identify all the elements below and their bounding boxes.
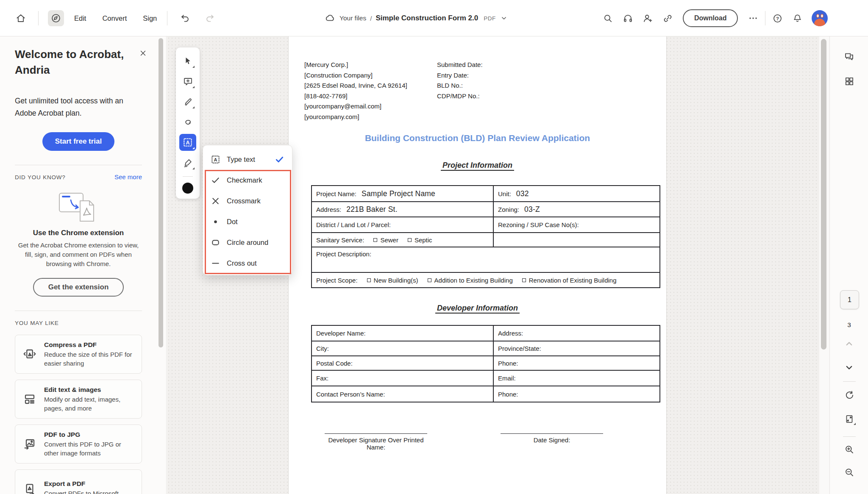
submenu-corner bbox=[192, 86, 195, 88]
checkbox-icon bbox=[428, 278, 431, 282]
help-button[interactable]: ? bbox=[769, 10, 785, 26]
color-swatch-black[interactable] bbox=[182, 183, 193, 194]
menu-sign[interactable]: Sign bbox=[142, 13, 158, 24]
card-compress-pdf[interactable]: Compress a PDF Reduce the size of this P… bbox=[15, 335, 142, 374]
card-pdf-to-jpg[interactable]: PDF to JPG Convert this PDF to JPG or ot… bbox=[15, 425, 142, 463]
rotate-icon bbox=[844, 390, 855, 401]
unit-value[interactable]: 032 bbox=[516, 189, 529, 198]
selected-check-icon bbox=[275, 155, 284, 164]
field-label: Unit: bbox=[498, 190, 511, 197]
checkbox-addition-existing[interactable]: Addition to Existing Building bbox=[428, 277, 513, 284]
edit-text-images-icon bbox=[23, 392, 36, 406]
field-label: Phone: bbox=[498, 391, 518, 398]
comments-panel-button[interactable] bbox=[830, 51, 868, 63]
table-row: Sanitary Service: Sewer Septic bbox=[312, 232, 659, 247]
menu-item-circle-around[interactable]: Circle around bbox=[203, 233, 292, 252]
download-button[interactable]: Download bbox=[683, 9, 738, 27]
search-button[interactable] bbox=[600, 10, 616, 26]
section-developer-information: Developer Information bbox=[289, 304, 666, 313]
type-text-icon: A bbox=[211, 155, 220, 164]
next-page-button[interactable] bbox=[830, 362, 868, 373]
current-page-input[interactable]: 1 bbox=[840, 290, 859, 309]
avatar-face bbox=[814, 19, 825, 26]
divider bbox=[765, 11, 765, 25]
you-may-like-label: YOU MAY LIKE bbox=[15, 320, 59, 326]
user-avatar[interactable] bbox=[812, 10, 828, 26]
submenu-corner bbox=[192, 167, 195, 169]
circle-around-icon bbox=[211, 238, 220, 247]
field-label: Address: bbox=[316, 206, 341, 213]
share-add-person-button[interactable] bbox=[640, 10, 656, 26]
add-comment-tool-button[interactable] bbox=[179, 73, 196, 90]
card-edit-text-images[interactable]: Edit text & images Modify or add text, i… bbox=[15, 380, 142, 419]
draw-tool-button[interactable] bbox=[179, 114, 196, 130]
undo-button[interactable] bbox=[177, 10, 193, 26]
signature-tool-button[interactable] bbox=[179, 154, 196, 171]
field-label: Address: bbox=[498, 330, 523, 337]
card-export-pdf[interactable]: Export a PDF Convert PDFs to Microsoft bbox=[15, 469, 142, 494]
breadcrumb-location[interactable]: Your files bbox=[339, 14, 366, 22]
company-info-block: [Mercury Corp.] [Construction Company] [… bbox=[304, 60, 407, 122]
menu-item-crossmark[interactable]: Crossmark bbox=[203, 191, 292, 211]
card-title: PDF to JPG bbox=[44, 431, 136, 438]
link-icon bbox=[662, 13, 673, 24]
address-value[interactable]: 221B Baker St. bbox=[346, 205, 398, 214]
zoom-out-button[interactable] bbox=[830, 467, 868, 478]
chevron-down-icon[interactable] bbox=[500, 14, 508, 22]
copy-link-button[interactable] bbox=[659, 10, 676, 26]
read-aloud-button[interactable] bbox=[620, 10, 636, 26]
zoom-in-button[interactable] bbox=[830, 444, 868, 455]
undo-icon bbox=[179, 13, 190, 24]
get-extension-button[interactable]: Get the extension bbox=[33, 278, 124, 297]
checkbox-sewer[interactable]: Sewer bbox=[373, 236, 398, 244]
project-name-value[interactable]: Sample Project Name bbox=[362, 189, 435, 198]
date-signed-line: Date Signed: bbox=[501, 433, 603, 444]
menu-item-checkmark[interactable]: Checkmark bbox=[203, 170, 292, 190]
page-thumbnails-button[interactable] bbox=[830, 76, 868, 87]
extension-title: Use the Chrome extension bbox=[15, 229, 142, 237]
card-desc: Convert this PDF to JPG or other image f… bbox=[44, 440, 136, 458]
zoning-value[interactable]: 03-Z bbox=[524, 205, 540, 214]
extension-body: Get the Acrobat Chrome extension to view… bbox=[15, 241, 142, 269]
card-desc: Convert PDFs to Microsoft bbox=[44, 489, 119, 494]
table-row: Address:221B Baker St. Zoning:03-Z bbox=[312, 201, 659, 216]
more-options-button[interactable] bbox=[745, 10, 761, 26]
highlight-tool-button[interactable] bbox=[179, 93, 196, 110]
checkbox-new-buildings[interactable]: New Building(s) bbox=[367, 277, 418, 284]
submission-meta-block: Submitted Date: Entry Date: BLD No.: CDP… bbox=[437, 60, 483, 101]
rotate-page-button[interactable] bbox=[830, 390, 868, 401]
card-desc: Modify or add text, images, pages, and m… bbox=[44, 395, 136, 413]
notifications-button[interactable] bbox=[789, 10, 805, 26]
tools-compass-icon bbox=[50, 13, 61, 24]
menu-edit[interactable]: Edit bbox=[73, 13, 87, 24]
field-label: Developer Name: bbox=[316, 330, 366, 337]
field-label: Sanitary Service: bbox=[316, 236, 364, 244]
card-desc: Reduce the size of this PDF for easier s… bbox=[44, 350, 136, 368]
panel-scrollbar[interactable] bbox=[159, 38, 163, 347]
start-free-trial-button[interactable]: Start free trial bbox=[42, 132, 115, 151]
question-icon: ? bbox=[772, 13, 783, 24]
quick-tools-toolbar: A bbox=[176, 47, 200, 199]
fill-sign-tool-button[interactable]: A bbox=[179, 134, 196, 151]
redo-button[interactable] bbox=[202, 10, 218, 26]
see-more-link[interactable]: See more bbox=[114, 173, 142, 180]
zoom-in-icon bbox=[844, 444, 855, 455]
checkbox-renovation-existing[interactable]: Renovation of Existing Building bbox=[522, 277, 617, 284]
checkbox-septic[interactable]: Septic bbox=[408, 236, 432, 244]
home-button[interactable] bbox=[13, 10, 29, 26]
menu-item-type-text[interactable]: A Type text bbox=[203, 150, 292, 169]
home-icon bbox=[15, 13, 26, 24]
did-you-know-label: DID YOU KNOW? bbox=[15, 174, 66, 180]
menu-convert[interactable]: Convert bbox=[101, 13, 128, 24]
menu-item-cross-out[interactable]: Cross out bbox=[203, 253, 292, 273]
comments-icon bbox=[843, 51, 855, 63]
menu-item-dot[interactable]: Dot bbox=[203, 212, 292, 231]
submenu-corner bbox=[192, 66, 195, 68]
fit-page-button[interactable] bbox=[830, 414, 868, 425]
checkbox-icon bbox=[367, 278, 371, 282]
field-label: Province/State: bbox=[498, 345, 541, 352]
all-tools-button[interactable] bbox=[48, 10, 64, 26]
previous-page-button[interactable] bbox=[830, 339, 868, 349]
select-tool-button[interactable] bbox=[179, 53, 196, 69]
viewer-scrollbar[interactable] bbox=[821, 39, 826, 350]
